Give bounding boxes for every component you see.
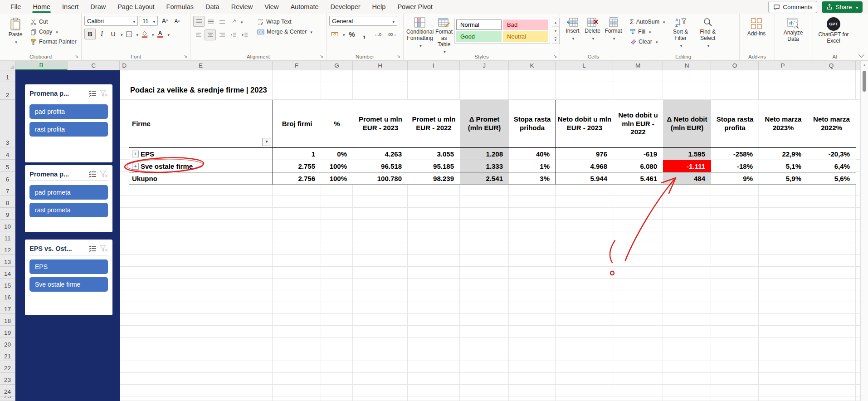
copy-button[interactable]: Copy: [30, 28, 77, 36]
multi-select-icon[interactable]: [88, 245, 97, 252]
cell-sve-pct[interactable]: 100%: [321, 160, 353, 172]
col-header-delta-promet[interactable]: Δ Promet (mln EUR): [460, 100, 509, 148]
style-bad[interactable]: Bad: [503, 20, 548, 30]
menu-developer[interactable]: Developer: [324, 0, 366, 14]
row-header-8[interactable]: 8: [0, 196, 15, 208]
dialog-launcher-icon[interactable]: [396, 54, 401, 59]
cell-sve-promet-2022[interactable]: 95.185: [408, 160, 460, 172]
cell-ukupno-broj[interactable]: 2.756: [273, 172, 321, 185]
font-color-button[interactable]: [155, 29, 166, 39]
cell-sve-broj[interactable]: 2.755: [273, 160, 321, 172]
firme-filter-button[interactable]: [262, 138, 271, 146]
clear-button[interactable]: Clear: [630, 38, 665, 46]
paste-button[interactable]: Paste: [3, 16, 28, 45]
row-header-20[interactable]: 20: [0, 337, 15, 349]
dialog-launcher-icon[interactable]: [74, 54, 79, 59]
style-neutral[interactable]: Neutral: [503, 31, 548, 42]
cell-ukupno-stopa-prihoda[interactable]: 3%: [509, 172, 556, 185]
align-right-button[interactable]: [217, 30, 227, 40]
cut-button[interactable]: Cut: [30, 18, 77, 26]
increase-decimal-button[interactable]: [371, 29, 384, 39]
gallery-more-icon[interactable]: [552, 35, 559, 44]
style-normal[interactable]: Normal: [456, 20, 502, 30]
column-header-C[interactable]: C: [68, 61, 120, 70]
menu-insert[interactable]: Insert: [56, 0, 84, 14]
percent-style-button[interactable]: [347, 29, 357, 39]
cell-ukupno-delta-neto[interactable]: 484: [663, 172, 711, 185]
row-header-7[interactable]: 7: [0, 184, 15, 196]
column-header-G[interactable]: G: [321, 61, 353, 70]
cell-ukupno-promet-2022[interactable]: 98.239: [408, 172, 460, 185]
scrollbar-thumb[interactable]: [863, 71, 866, 92]
col-header-delta-neto-dobit[interactable]: Δ Neto dobit (mln EUR): [663, 100, 711, 148]
row-header-4[interactable]: 4: [0, 147, 15, 160]
merge-center-button[interactable]: Merge & Center: [257, 28, 312, 36]
cell-eps-stopa-prihoda[interactable]: 40%: [509, 148, 556, 160]
column-header-N[interactable]: N: [663, 61, 711, 70]
row-header-19[interactable]: 19: [0, 326, 15, 337]
cell-eps-stopa-profita[interactable]: -258%: [711, 148, 759, 160]
cell-sve-stopa-profita[interactable]: -18%: [711, 160, 759, 172]
column-header-E[interactable]: E: [129, 61, 273, 70]
font-size-combo[interactable]: 11: [140, 16, 158, 26]
chatgpt-button[interactable]: GPT ChatGPT for Excel: [816, 16, 851, 44]
row-header-10[interactable]: 10: [0, 220, 15, 231]
decrease-decimal-button[interactable]: [386, 29, 399, 39]
row-header-1[interactable]: 1: [0, 70, 15, 82]
cell-eps-promet-2022[interactable]: 3.055: [408, 148, 460, 160]
column-header-B[interactable]: B: [15, 61, 68, 70]
multi-select-icon[interactable]: [88, 90, 97, 97]
row-header-17[interactable]: 17: [0, 302, 15, 314]
cell-eps-delta-promet[interactable]: 1.208: [460, 148, 509, 160]
align-center-button[interactable]: [205, 29, 216, 40]
cell-eps-marza-2022[interactable]: -20,3%: [807, 148, 856, 160]
column-header-D[interactable]: D: [120, 61, 129, 70]
row-header-2[interactable]: 2: [0, 82, 15, 100]
row-header-22[interactable]: 22: [0, 361, 15, 373]
cell-sve-neto-2022[interactable]: 6.080: [613, 160, 663, 172]
column-header-K[interactable]: K: [509, 61, 556, 70]
dialog-launcher-icon[interactable]: [319, 54, 324, 59]
autosum-button[interactable]: AutoSum: [630, 18, 665, 26]
cell-sve-delta-neto-negative[interactable]: -1.111: [663, 160, 711, 172]
col-header-stopa-rasta-prihoda[interactable]: Stopa rasta prihoda: [509, 100, 556, 148]
share-button[interactable]: Share: [822, 1, 863, 13]
cell-ukupno-promet-2023[interactable]: 100.780: [353, 172, 408, 185]
row-header-18[interactable]: 18: [0, 314, 15, 326]
cell-eps-neto-2023[interactable]: 976: [556, 148, 613, 160]
select-all-corner[interactable]: [0, 61, 15, 70]
insert-cells-button[interactable]: Insert: [563, 16, 582, 42]
cell-ukupno-neto-2022[interactable]: 5.461: [613, 172, 663, 185]
menu-home[interactable]: Home: [27, 0, 56, 14]
menu-draw[interactable]: Draw: [84, 0, 112, 14]
row-header-6[interactable]: 6: [0, 172, 15, 184]
menu-file[interactable]: File: [5, 0, 27, 14]
column-header-M[interactable]: M: [613, 61, 663, 70]
row-header-12[interactable]: 12: [0, 243, 15, 255]
expand-icon[interactable]: [132, 151, 139, 157]
row-header-14[interactable]: 14: [0, 267, 15, 279]
decrease-font-size-button[interactable]: [172, 16, 182, 26]
column-header-O[interactable]: O: [711, 61, 759, 70]
cell-ukupno-marza-2022[interactable]: 5,6%: [807, 172, 856, 185]
cell-sve-promet-2023[interactable]: 96.518: [353, 160, 408, 172]
increase-indent-button[interactable]: [239, 30, 250, 40]
row-header-13[interactable]: 13: [0, 255, 15, 267]
column-header-J[interactable]: J: [460, 61, 509, 70]
delete-cells-button[interactable]: Delete: [582, 16, 603, 42]
align-bottom-button[interactable]: [217, 16, 227, 26]
borders-button[interactable]: [124, 29, 134, 39]
clear-filter-icon[interactable]: [100, 245, 108, 252]
menu-view[interactable]: View: [258, 0, 284, 14]
number-format-combo[interactable]: General: [329, 16, 397, 26]
increase-font-size-button[interactable]: [160, 16, 170, 26]
addins-button[interactable]: Add-ins: [742, 16, 770, 37]
scroll-up-icon[interactable]: [861, 63, 868, 67]
multi-select-icon[interactable]: [88, 171, 97, 178]
column-header-H[interactable]: H: [353, 61, 408, 70]
orientation-button[interactable]: [228, 16, 239, 26]
cell-ukupno-pct[interactable]: 100%: [321, 172, 353, 185]
row-label-ukupno[interactable]: Ukupno: [129, 172, 273, 185]
slicer-item-pad-prometa[interactable]: pad prometa: [29, 185, 108, 200]
font-name-combo[interactable]: Calibri: [84, 16, 138, 26]
